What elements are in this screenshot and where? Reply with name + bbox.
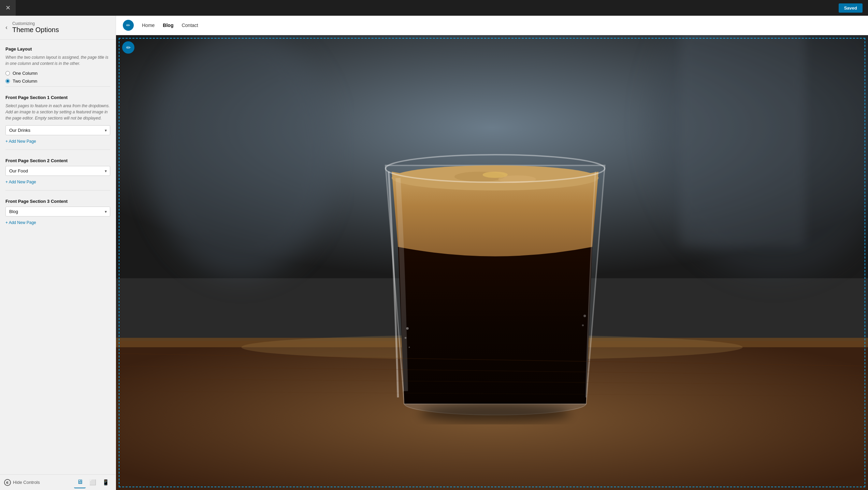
- close-button[interactable]: ✕: [0, 0, 16, 16]
- section3-group: Front Page Section 3 Content Our Drinks …: [5, 192, 110, 225]
- nav-edit-button[interactable]: ✏: [123, 20, 134, 31]
- section1-group: Front Page Section 1 Content Select page…: [5, 88, 110, 144]
- breadcrumb: Customizing: [12, 21, 59, 26]
- section3-add-new-link[interactable]: + Add New Page: [5, 220, 36, 225]
- hide-controls-label: Hide Controls: [13, 480, 40, 485]
- one-column-label: One Column: [13, 71, 38, 76]
- svg-point-14: [406, 327, 408, 330]
- section3-select[interactable]: Our Drinks Our Food Blog: [5, 207, 110, 216]
- sidebar-content: Page Layout When the two column layout i…: [0, 40, 116, 474]
- preview-area: ✏ Home Blog Contact: [116, 16, 868, 490]
- svg-point-18: [582, 324, 584, 326]
- hero-area: ✏: [116, 35, 868, 490]
- page-layout-section: Page Layout When the two column layout i…: [5, 40, 110, 84]
- breadcrumb-section: Customizing Theme Options: [12, 21, 59, 34]
- section1-select-wrapper: Our Drinks Our Food Blog ▾: [5, 125, 110, 135]
- main-container: ‹ Customizing Theme Options Page Layout …: [0, 16, 868, 490]
- preview-nav: ✏ Home Blog Contact: [116, 16, 868, 35]
- svg-point-17: [583, 314, 586, 317]
- section2-group: Front Page Section 2 Content Our Drinks …: [5, 151, 110, 185]
- sidebar-header: ‹ Customizing Theme Options: [0, 16, 116, 40]
- nav-home-link[interactable]: Home: [142, 23, 155, 28]
- hide-controls-button[interactable]: ◐ Hide Controls: [4, 479, 40, 486]
- one-column-option[interactable]: One Column: [5, 71, 110, 76]
- section1-label: Front Page Section 1 Content: [5, 95, 110, 100]
- coffee-svg: [116, 35, 868, 490]
- two-column-label: Two Column: [13, 79, 37, 84]
- sidebar: ‹ Customizing Theme Options Page Layout …: [0, 16, 116, 490]
- tablet-view-button[interactable]: ⬜: [87, 477, 99, 488]
- two-column-radio[interactable]: [5, 79, 10, 83]
- section1-select[interactable]: Our Drinks Our Food Blog: [5, 125, 110, 135]
- tablet-icon: ⬜: [89, 479, 96, 486]
- hero-image: [116, 35, 868, 490]
- section2-add-new-link[interactable]: + Add New Page: [5, 180, 36, 184]
- svg-point-19: [420, 404, 570, 422]
- section2-select-wrapper: Our Drinks Our Food Blog ▾: [5, 166, 110, 176]
- section3-select-wrapper: Our Drinks Our Food Blog ▾: [5, 207, 110, 216]
- svg-rect-4: [680, 35, 805, 247]
- saved-button[interactable]: Saved: [839, 3, 863, 13]
- svg-point-12: [482, 172, 507, 178]
- bottom-bar: ◐ Hide Controls 🖥 ⬜ 📱: [0, 474, 116, 490]
- svg-point-15: [405, 337, 407, 339]
- back-button[interactable]: ‹: [5, 24, 8, 31]
- section1-desc: Select pages to feature in each area fro…: [5, 103, 110, 121]
- hero-pencil-icon: ✏: [126, 44, 131, 51]
- hero-edit-button[interactable]: ✏: [122, 41, 134, 54]
- desktop-icon: 🖥: [77, 478, 83, 486]
- section2-select[interactable]: Our Drinks Our Food Blog: [5, 166, 110, 176]
- svg-point-2: [147, 35, 335, 278]
- mobile-icon: 📱: [102, 479, 109, 486]
- nav-contact-link[interactable]: Contact: [182, 23, 198, 28]
- section-title: Theme Options: [12, 26, 59, 34]
- svg-point-16: [409, 347, 410, 348]
- nav-pencil-icon: ✏: [126, 23, 130, 28]
- two-column-option[interactable]: Two Column: [5, 79, 110, 84]
- section2-label: Front Page Section 2 Content: [5, 158, 110, 163]
- hide-controls-icon: ◐: [4, 479, 11, 486]
- device-switcher: 🖥 ⬜ 📱: [74, 477, 112, 488]
- mobile-view-button[interactable]: 📱: [100, 477, 112, 488]
- section1-add-new-link[interactable]: + Add New Page: [5, 139, 36, 144]
- desktop-view-button[interactable]: 🖥: [74, 477, 86, 488]
- page-layout-label: Page Layout: [5, 46, 110, 52]
- nav-blog-link[interactable]: Blog: [163, 23, 173, 28]
- one-column-radio[interactable]: [5, 71, 10, 75]
- section3-label: Front Page Section 3 Content: [5, 199, 110, 204]
- page-layout-desc: When the two column layout is assigned, …: [5, 54, 110, 67]
- top-bar: ✕ Saved: [0, 0, 868, 16]
